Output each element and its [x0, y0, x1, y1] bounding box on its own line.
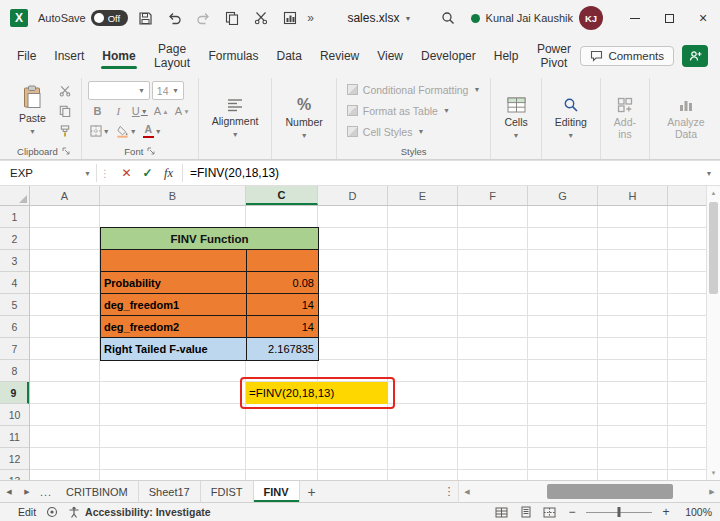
paste-button[interactable]: Paste ▼: [12, 80, 53, 141]
quick-access-more-icon[interactable]: »: [307, 11, 323, 25]
font-color-button[interactable]: A ▼: [141, 122, 164, 140]
borders-button[interactable]: ▼: [88, 122, 112, 140]
close-button[interactable]: ×: [686, 0, 720, 36]
row-header-10[interactable]: 10: [0, 404, 29, 426]
menu-item-power-pivot[interactable]: Power Pivot: [527, 36, 580, 76]
formula-bar-handle[interactable]: ⋮: [97, 161, 113, 185]
row-header-3[interactable]: 3: [0, 250, 29, 272]
row-header-5[interactable]: 5: [0, 294, 29, 316]
column-header-d[interactable]: D: [318, 186, 388, 205]
scroll-left-icon[interactable]: ◀: [459, 481, 475, 502]
redo-button[interactable]: [191, 5, 215, 31]
cut-button[interactable]: [249, 5, 273, 31]
italic-button[interactable]: I: [109, 102, 128, 120]
bold-button[interactable]: B: [88, 102, 107, 120]
table-row-label[interactable]: Probability: [101, 272, 247, 293]
zoom-level[interactable]: 100%: [680, 506, 712, 518]
copy-button[interactable]: [220, 5, 244, 31]
more-sheets-button[interactable]: ...: [36, 481, 56, 502]
scroll-up-icon[interactable]: ▲: [707, 186, 720, 200]
quick-access-chart-button[interactable]: [278, 5, 302, 31]
cut-button-ribbon[interactable]: [56, 82, 75, 100]
tab-bar-options-icon[interactable]: ⋮: [440, 481, 458, 502]
zoom-slider[interactable]: [586, 505, 652, 519]
active-cell-editor[interactable]: =FINV(20,18,13): [246, 382, 388, 404]
page-layout-view-button[interactable]: [517, 505, 534, 520]
vertical-scrollbar[interactable]: ▲ ▼: [706, 186, 720, 480]
select-all-button[interactable]: [0, 186, 30, 206]
column-header-h[interactable]: H: [598, 186, 668, 205]
cells-grid[interactable]: FINV Function Probability0.08deg_freedom…: [30, 206, 706, 480]
row-header-6[interactable]: 6: [0, 316, 29, 338]
user-account[interactable]: Kunal Jai Kaushik KJ: [471, 6, 603, 30]
row-header-1[interactable]: 1: [0, 206, 29, 228]
scroll-right-icon[interactable]: ▶: [704, 481, 720, 502]
table-row-label[interactable]: deg_freedom1: [101, 294, 247, 315]
menu-item-page-layout[interactable]: Page Layout: [145, 36, 200, 76]
menu-item-data[interactable]: Data: [268, 43, 311, 69]
format-as-table-button[interactable]: Format as Table▼: [343, 101, 485, 120]
sheet-tab-critbinom[interactable]: CRITBINOM: [56, 481, 139, 502]
sheet-prev-button[interactable]: ◀: [0, 481, 18, 502]
horizontal-scroll-thumb[interactable]: [547, 484, 673, 499]
table-row-value[interactable]: 14: [247, 294, 318, 315]
scroll-down-icon[interactable]: ▼: [707, 466, 720, 480]
undo-button[interactable]: [162, 5, 186, 31]
formula-input[interactable]: =FINV(20,18,13): [183, 161, 698, 185]
number-format-button[interactable]: % Number ▼: [278, 80, 329, 157]
row-header-11[interactable]: 11: [0, 426, 29, 448]
table-row-label[interactable]: [101, 250, 247, 271]
minimize-button[interactable]: [618, 0, 652, 36]
column-header-a[interactable]: A: [30, 186, 100, 205]
decrease-font-size-button[interactable]: A▼: [173, 102, 192, 120]
row-header-13[interactable]: 13: [0, 470, 29, 480]
enter-button[interactable]: ✓: [137, 161, 158, 185]
autosave-toggle[interactable]: Off: [91, 10, 129, 26]
avatar[interactable]: KJ: [579, 6, 603, 30]
cancel-button[interactable]: ✕: [116, 161, 137, 185]
menu-item-formulas[interactable]: Formulas: [200, 43, 268, 69]
cells-button[interactable]: Cells ▼: [497, 80, 534, 157]
editing-button[interactable]: Editing ▼: [548, 80, 594, 157]
row-header-8[interactable]: 8: [0, 360, 29, 382]
page-break-view-button[interactable]: [541, 505, 558, 520]
search-button[interactable]: [436, 5, 460, 31]
underline-button[interactable]: U▼: [130, 102, 150, 120]
add-sheet-button[interactable]: +: [300, 481, 324, 502]
table-row-value[interactable]: 0.08: [247, 272, 318, 293]
menu-item-review[interactable]: Review: [311, 43, 368, 69]
menu-item-home[interactable]: Home: [93, 43, 144, 69]
dialog-launcher-icon[interactable]: [62, 147, 70, 155]
accessibility-checker[interactable]: Accessibility: Investigate: [68, 506, 210, 518]
font-name-select[interactable]: ▼: [88, 81, 150, 100]
column-header-c[interactable]: C: [246, 186, 318, 205]
table-row-value[interactable]: 14: [247, 316, 318, 337]
table-row-value[interactable]: [247, 250, 318, 271]
analyze-data-button[interactable]: Analyze Data: [656, 80, 716, 157]
table-row-label[interactable]: Right Tailed F-value: [101, 338, 247, 360]
table-row-value[interactable]: 2.167835: [247, 338, 318, 360]
format-painter-button[interactable]: [56, 122, 75, 140]
row-header-7[interactable]: 7: [0, 338, 29, 360]
row-header-9[interactable]: 9: [0, 382, 29, 404]
menu-item-developer[interactable]: Developer: [412, 43, 485, 69]
column-header-f[interactable]: F: [458, 186, 528, 205]
sheet-tab-finv[interactable]: FINV: [254, 481, 300, 502]
horizontal-scrollbar[interactable]: ◀ ▶: [458, 481, 720, 502]
column-header-e[interactable]: E: [388, 186, 458, 205]
sheet-tab-sheet17[interactable]: Sheet17: [139, 481, 201, 502]
zoom-slider-knob[interactable]: [618, 507, 621, 517]
menu-item-help[interactable]: Help: [485, 43, 528, 69]
increase-font-size-button[interactable]: A▲: [152, 102, 171, 120]
normal-view-button[interactable]: [493, 505, 510, 520]
name-box[interactable]: EXP ▼: [0, 161, 96, 185]
dialog-launcher-icon[interactable]: [147, 147, 155, 155]
font-size-select[interactable]: 14▼: [152, 81, 184, 100]
maximize-button[interactable]: [652, 0, 686, 36]
autosave-control[interactable]: AutoSave Off: [38, 10, 128, 26]
menu-item-view[interactable]: View: [368, 43, 412, 69]
row-header-2[interactable]: 2: [0, 228, 29, 250]
insert-function-button[interactable]: fx: [158, 161, 179, 185]
conditional-formatting-button[interactable]: Conditional Formatting▼: [343, 80, 485, 99]
menu-item-insert[interactable]: Insert: [45, 43, 93, 69]
